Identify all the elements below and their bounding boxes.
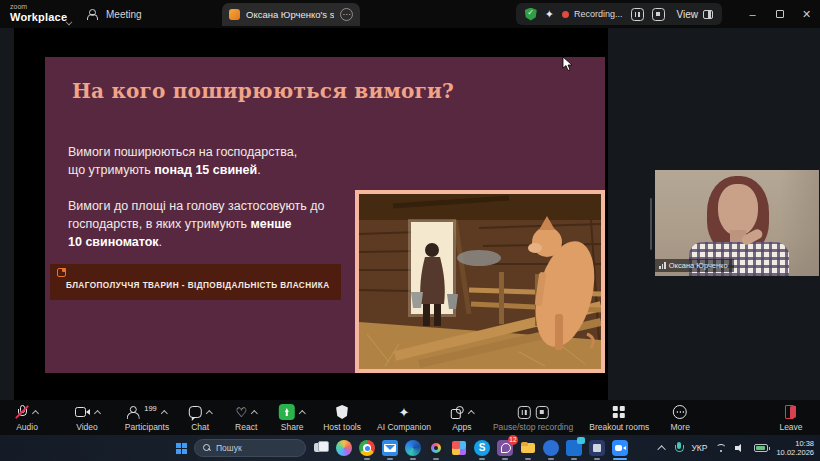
video-chevron-icon[interactable]	[93, 410, 100, 417]
taskbar-center-group: Пошук S 12	[176, 435, 628, 461]
battery-icon[interactable]	[754, 444, 768, 452]
audio-button[interactable]: Audio	[12, 400, 42, 432]
teams-app-icon[interactable]	[589, 440, 605, 456]
task-view-button[interactable]	[313, 440, 329, 456]
outlook-icon[interactable]	[566, 440, 582, 456]
view-layout-icon	[703, 10, 713, 19]
slide-photo-pig-barn	[355, 190, 605, 373]
react-chevron-icon[interactable]	[251, 410, 258, 417]
presentation-slide: На кого поширюються вимоги? Вимоги пошир…	[45, 57, 605, 373]
photos-app-icon[interactable]	[428, 440, 444, 456]
copilot-icon[interactable]	[336, 440, 352, 456]
zoom-taskbar-icon[interactable]	[612, 440, 628, 456]
apps-button[interactable]: Apps	[447, 400, 477, 432]
tab-meeting[interactable]: Meeting	[88, 0, 142, 28]
share-chevron-icon[interactable]	[299, 410, 306, 417]
lightning-app-icon[interactable]	[543, 440, 559, 456]
tray-microphone-icon[interactable]	[674, 442, 683, 454]
maximize-button[interactable]	[766, 0, 793, 28]
ai-companion-button[interactable]: ✦ AI Companion	[377, 400, 431, 432]
toolbar-stop-recording-icon[interactable]	[536, 406, 549, 419]
p1-line2-pre: що утримують	[68, 163, 154, 177]
participants-chevron-icon[interactable]	[161, 410, 168, 417]
signal-strength-icon	[659, 262, 666, 269]
meeting-people-icon	[88, 9, 100, 19]
chat-button[interactable]: Chat	[185, 400, 215, 432]
volume-icon[interactable]	[735, 443, 746, 453]
office-app-icon[interactable]	[451, 440, 467, 456]
minimize-button[interactable]: –	[739, 0, 766, 28]
taskbar-search-box[interactable]: Пошук	[194, 439, 306, 457]
react-button[interactable]: ♡ React	[231, 400, 261, 432]
apps-chevron-icon[interactable]	[467, 410, 474, 417]
apps-label: Apps	[452, 422, 471, 432]
heart-icon: ♡	[235, 406, 247, 419]
p2-line3-bold: 10 свиноматок	[68, 235, 159, 249]
ai-companion-sparkle-icon: ✦	[398, 406, 409, 419]
system-tray: УКР 10:38 10.02.2026	[660, 435, 814, 461]
video-label: Video	[76, 422, 98, 432]
file-explorer-icon[interactable]	[520, 440, 536, 456]
view-button-label: View	[677, 9, 699, 20]
participants-button[interactable]: 199 Participants	[125, 400, 169, 432]
mail-icon[interactable]	[382, 440, 398, 456]
shared-screen-app-icon	[229, 9, 240, 20]
pause-recording-button[interactable]	[631, 8, 644, 21]
p1-line1: Вимоги поширюються на господарства,	[68, 145, 297, 159]
brand-zoom-text: zoom	[10, 3, 67, 11]
host-tools-button[interactable]: Host tools	[323, 400, 361, 432]
viber-icon[interactable]: 12	[497, 440, 513, 456]
participant-name-text: Оксана Юрченко	[669, 261, 728, 270]
camera-icon	[75, 407, 90, 417]
windows-start-button[interactable]	[176, 443, 187, 454]
chat-label: Chat	[191, 422, 209, 432]
participant-video-tile[interactable]: Оксана Юрченко	[655, 170, 819, 276]
p1-line2-bold: понад 15 свиней	[154, 163, 257, 177]
ai-sparkle-icon[interactable]: ✦	[545, 9, 554, 20]
pause-stop-recording-control[interactable]: Pause/stop recording	[493, 400, 573, 432]
video-button[interactable]: Video	[72, 400, 102, 432]
chrome-icon[interactable]	[359, 440, 375, 456]
banner-note-icon	[57, 268, 66, 277]
stop-recording-button[interactable]	[652, 8, 665, 21]
toolbar-pause-recording-icon[interactable]	[518, 406, 531, 419]
zoom-titlebar: zoom Workplace Meeting Оксана Юрченко's …	[0, 0, 820, 28]
view-button[interactable]: View	[677, 9, 714, 20]
tab-more-options-icon[interactable]: ⋯	[340, 8, 353, 21]
leave-door-icon	[785, 405, 798, 419]
close-button[interactable]: ✕	[793, 0, 820, 28]
breakout-grid-icon	[613, 406, 625, 418]
brand-chevron-down-icon[interactable]	[66, 11, 73, 18]
shared-screen-tab-label: Оксана Юрченко's screen	[246, 9, 334, 20]
host-tools-label: Host tools	[323, 422, 361, 432]
toolbar-center-group: 199 Participants Chat ♡ React	[125, 400, 695, 432]
toolbar-left-group: Audio Video	[12, 400, 102, 432]
participant-name-label: Оксана Юрченко	[655, 259, 734, 272]
titlebar-right-cluster: ✓ ✦ Recording... View	[516, 3, 722, 25]
skype-icon[interactable]: S	[474, 440, 490, 456]
edge-icon[interactable]	[405, 440, 421, 456]
breakout-rooms-button[interactable]: Breakout rooms	[589, 400, 649, 432]
taskbar-clock[interactable]: 10:38 10.02.2026	[776, 439, 814, 457]
tab-shared-screen[interactable]: Оксана Юрченко's screen ⋯	[222, 3, 360, 26]
participants-label: Participants	[125, 422, 169, 432]
muted-microphone-icon	[16, 405, 28, 420]
clock-time: 10:38	[776, 439, 814, 448]
recording-controls-label: Pause/stop recording	[493, 422, 573, 432]
more-button[interactable]: More	[665, 400, 695, 432]
language-indicator[interactable]: УКР	[691, 443, 707, 453]
share-button[interactable]: Share	[277, 400, 307, 432]
wifi-icon[interactable]	[715, 444, 727, 453]
p2-line2-bold: менше	[250, 217, 291, 231]
zoom-workplace-brand[interactable]: zoom Workplace	[10, 3, 67, 23]
audio-label: Audio	[16, 422, 38, 432]
chat-chevron-icon[interactable]	[206, 410, 213, 417]
leave-button[interactable]: Leave	[776, 400, 806, 432]
thumbnail-scrollbar[interactable]	[650, 198, 652, 250]
security-shield-icon[interactable]: ✓	[525, 8, 537, 21]
audio-chevron-icon[interactable]	[32, 410, 39, 417]
slide-paragraph-1: Вимоги поширюються на господарства, що у…	[68, 143, 297, 179]
p2-line3-post: .	[159, 235, 162, 249]
more-ellipsis-icon	[673, 405, 687, 419]
tray-expand-chevron-icon[interactable]	[658, 445, 666, 453]
